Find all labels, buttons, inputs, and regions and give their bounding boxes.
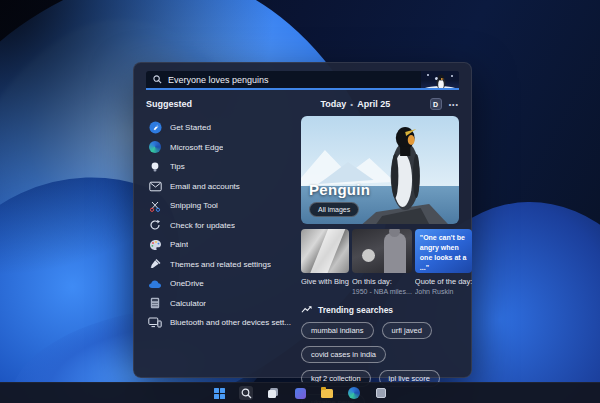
quote-background: "One can't be angry when one looks at a … [415, 229, 473, 273]
taskbar [0, 382, 600, 403]
sidebar-item-onedrive[interactable]: OneDrive [146, 274, 291, 294]
sidebar-item-label: Tips [170, 162, 185, 171]
search-flyout-panel: Suggested Today • April 25 D ••• Get Sta… [133, 62, 472, 378]
file-explorer-button[interactable] [320, 386, 334, 400]
sidebar-item-paint[interactable]: Paint [146, 235, 291, 255]
trending-header: Trending searches [301, 305, 459, 315]
date-heading: Today • April 25 [281, 99, 430, 109]
sidebar-item-check-updates[interactable]: Check for updates [146, 216, 291, 236]
scissors-icon [148, 199, 162, 213]
card-subtitle: John Ruskin [415, 287, 473, 296]
get-started-icon [148, 121, 162, 135]
devices-icon [148, 316, 162, 330]
sidebar-item-label: Email and accounts [170, 182, 240, 191]
sidebar-item-label: Bluetooth and other devices sett... [170, 318, 291, 327]
header-actions: D ••• [430, 98, 459, 110]
quote-of-the-day-card[interactable]: "One can't be angry when one looks at a … [415, 229, 473, 296]
sidebar-item-label: Get Started [170, 123, 211, 132]
card-caption: Give with Bing [301, 277, 349, 287]
sidebar-item-bluetooth-devices[interactable]: Bluetooth and other devices sett... [146, 313, 291, 333]
give-with-bing-photo [301, 229, 349, 273]
search-box[interactable] [146, 71, 459, 90]
panel-body: Get Started Microsoft Edge Tips [146, 116, 459, 367]
give-with-bing-card[interactable]: Give with Bing [301, 229, 349, 296]
search-icon [241, 388, 252, 399]
penguin-decoration [421, 71, 459, 88]
on-this-day-card[interactable]: On this day: 1950 - NBA miles... [352, 229, 412, 296]
sidebar-item-calculator[interactable]: Calculator [146, 294, 291, 314]
suggested-list: Get Started Microsoft Edge Tips [146, 116, 291, 367]
penguin-hero-card[interactable]: Penguin All images [301, 116, 459, 224]
task-view-button[interactable] [266, 386, 280, 400]
lightbulb-icon [148, 160, 162, 174]
onedrive-cloud-icon [148, 277, 162, 291]
search-icon [153, 75, 162, 84]
store-button[interactable] [374, 386, 388, 400]
trending-title: Trending searches [318, 305, 393, 315]
task-view-icon [267, 387, 279, 399]
paint-palette-icon [148, 238, 162, 252]
calculator-icon [148, 296, 162, 310]
suggested-heading: Suggested [146, 99, 281, 109]
trending-chip[interactable]: urfi javed [382, 322, 432, 339]
sidebar-item-tips[interactable]: Tips [146, 157, 291, 177]
dot-separator: • [350, 100, 353, 109]
today-label: Today [320, 99, 346, 109]
on-this-day-photo [352, 229, 412, 273]
taskbar-search-button[interactable] [239, 386, 253, 400]
paintbrush-icon [148, 257, 162, 271]
user-avatar[interactable]: D [430, 98, 442, 110]
envelope-icon [148, 179, 162, 193]
sidebar-item-label: Check for updates [170, 221, 235, 230]
sidebar-item-label: Microsoft Edge [170, 143, 223, 152]
all-images-button[interactable]: All images [309, 202, 359, 217]
folder-icon [321, 389, 333, 398]
quote-text: "One can't be angry when one looks at a … [420, 233, 468, 273]
hero-title: Penguin [309, 181, 370, 198]
card-caption: Quote of the day: [415, 277, 473, 287]
sidebar-item-snipping-tool[interactable]: Snipping Tool [146, 196, 291, 216]
sidebar-item-email-accounts[interactable]: Email and accounts [146, 177, 291, 197]
card-caption: On this day: [352, 277, 412, 287]
edge-button[interactable] [347, 386, 361, 400]
card-subtitle: 1950 - NBA miles... [352, 287, 412, 296]
sidebar-item-label: Paint [170, 240, 188, 249]
date-label: April 25 [357, 99, 390, 109]
sidebar-item-label: Themes and related settings [170, 260, 271, 269]
trending-chip[interactable]: mumbai indians [301, 322, 374, 339]
panel-header: Suggested Today • April 25 D ••• [146, 98, 459, 110]
trending-up-icon [301, 305, 312, 314]
sidebar-item-label: Calculator [170, 299, 206, 308]
widgets-icon [295, 388, 306, 399]
refresh-icon [148, 218, 162, 232]
sidebar-item-microsoft-edge[interactable]: Microsoft Edge [146, 138, 291, 158]
windows-logo-icon [214, 388, 225, 399]
edge-icon [148, 140, 162, 154]
start-button[interactable] [212, 386, 226, 400]
trending-chip[interactable]: covid cases in india [301, 346, 386, 363]
edge-icon [348, 387, 360, 399]
sidebar-item-get-started[interactable]: Get Started [146, 118, 291, 138]
widgets-button[interactable] [293, 386, 307, 400]
sidebar-item-label: OneDrive [170, 279, 204, 288]
more-options-icon[interactable]: ••• [449, 101, 459, 108]
daily-content: Penguin All images Give with Bing On thi… [291, 116, 459, 367]
sidebar-item-themes[interactable]: Themes and related settings [146, 255, 291, 275]
daily-cards-row: Give with Bing On this day: 1950 - NBA m… [301, 229, 459, 296]
sidebar-item-label: Snipping Tool [170, 201, 218, 210]
store-icon [376, 388, 386, 398]
desktop: Suggested Today • April 25 D ••• Get Sta… [0, 0, 600, 403]
search-input[interactable] [168, 75, 421, 85]
